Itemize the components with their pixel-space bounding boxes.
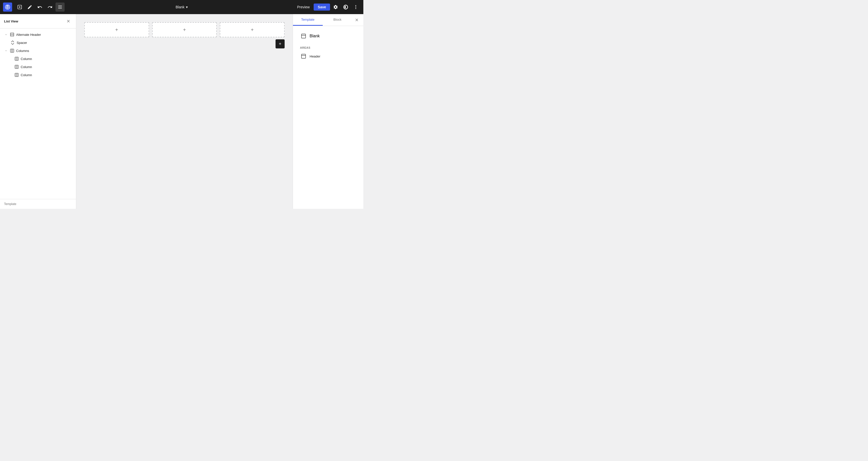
tree-item-label: Alternate Header [16, 33, 41, 37]
svg-rect-11 [10, 33, 14, 36]
theme-styles-button[interactable] [341, 2, 350, 11]
right-sidebar-content: Blank AREAS Header [293, 26, 363, 66]
tree-item-label: Column [21, 57, 32, 61]
svg-rect-14 [10, 49, 14, 53]
sidebar-bottom: Template [0, 199, 76, 209]
layout-icon [9, 32, 14, 37]
right-sidebar-header: Template Block [293, 14, 363, 26]
svg-rect-6 [58, 8, 62, 8]
redo-button[interactable] [45, 2, 55, 11]
add-block-button[interactable] [15, 2, 24, 11]
tab-block[interactable]: Block [323, 14, 352, 26]
save-button[interactable]: Save [314, 3, 330, 10]
svg-rect-17 [15, 57, 19, 61]
chevron-down-icon: ▾ [186, 5, 188, 9]
columns-icon [9, 48, 14, 53]
columns-row: + + + [76, 14, 293, 37]
svg-rect-5 [58, 7, 62, 7]
svg-rect-26 [302, 34, 306, 38]
settings-button[interactable] [331, 2, 340, 11]
column-icon [14, 56, 19, 61]
edit-button[interactable] [25, 2, 34, 11]
area-label: Header [310, 55, 320, 58]
document-title-area: Blank ▾ [173, 3, 190, 10]
template-name-item[interactable]: Blank [297, 30, 359, 42]
wp-logo[interactable] [3, 2, 12, 11]
chevron-down-icon [4, 49, 8, 53]
undo-button[interactable] [35, 2, 44, 11]
svg-rect-23 [15, 73, 19, 77]
add-new-block-button[interactable]: + [276, 39, 285, 48]
chevron-down-icon [4, 33, 8, 37]
right-sidebar: Template Block Blank AREAS [293, 14, 363, 209]
add-block-row: + [76, 37, 293, 48]
main-layout: List View [0, 14, 363, 209]
tree-item-label: Columns [16, 49, 29, 53]
canvas-column-1[interactable]: + [84, 22, 149, 37]
tree-item-column-1[interactable]: Column [0, 55, 76, 63]
preview-button[interactable]: Preview [294, 3, 313, 10]
tree-item-label: Column [21, 73, 32, 77]
header-area-icon [300, 53, 307, 60]
close-list-view-button[interactable] [65, 18, 72, 25]
sidebar-header: List View [0, 14, 76, 29]
svg-point-9 [355, 6, 356, 7]
spacer-icon [10, 40, 15, 45]
add-block-to-column-2[interactable]: + [183, 27, 186, 33]
document-title: Blank [176, 5, 184, 9]
add-block-to-column-3[interactable]: + [251, 27, 254, 33]
template-name-label: Blank [310, 34, 320, 38]
column-icon [14, 72, 19, 77]
svg-rect-4 [58, 5, 62, 6]
list-view-button[interactable] [56, 2, 65, 11]
toolbar-right: Preview Save [294, 2, 361, 11]
canvas-column-3[interactable]: + [220, 22, 285, 37]
add-block-to-column-1[interactable]: + [115, 27, 118, 33]
tree-item-column-3[interactable]: Column [0, 71, 76, 79]
tree-item-alternate-header[interactable]: Alternate Header [0, 31, 76, 39]
document-title-dropdown[interactable]: Blank ▾ [173, 3, 190, 10]
tree-item-column-2[interactable]: Column [0, 63, 76, 71]
svg-rect-28 [302, 54, 306, 59]
tree-item-columns[interactable]: Columns [0, 47, 76, 55]
template-label: Template [4, 202, 17, 206]
toolbar: Blank ▾ Preview Save [0, 0, 363, 14]
svg-point-10 [355, 8, 356, 9]
more-options-button[interactable] [351, 2, 360, 11]
template-icon [300, 33, 307, 40]
svg-rect-20 [15, 65, 19, 69]
tree-content: Alternate Header Spacer [0, 29, 76, 199]
tree-item-spacer[interactable]: Spacer [0, 39, 76, 47]
canvas-area: + + + + [76, 14, 293, 209]
tree-item-label: Spacer [17, 41, 27, 45]
close-right-sidebar-button[interactable] [352, 15, 361, 25]
tree-item-label: Column [21, 65, 32, 69]
canvas-column-2[interactable]: + [152, 22, 217, 37]
areas-label: AREAS [297, 44, 359, 50]
svg-point-8 [355, 5, 356, 6]
tab-template[interactable]: Template [293, 14, 323, 26]
left-sidebar: List View [0, 14, 76, 209]
column-icon [14, 64, 19, 69]
sidebar-title: List View [4, 20, 18, 23]
area-item-header[interactable]: Header [297, 50, 359, 62]
